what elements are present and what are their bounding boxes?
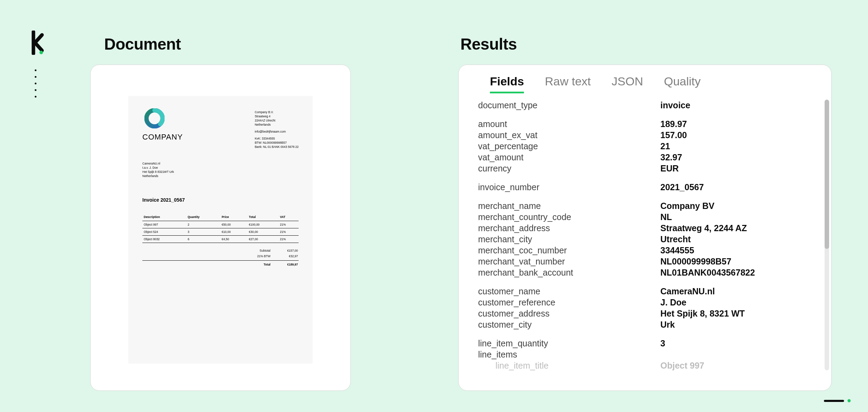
field-row: vat_percentage21 bbox=[478, 141, 808, 152]
field-row: invoice_number2021_0567 bbox=[478, 182, 808, 193]
tab-fields[interactable]: Fields bbox=[490, 75, 524, 93]
tab-json[interactable]: JSON bbox=[612, 75, 643, 93]
field-row: merchant_cityUtrecht bbox=[478, 234, 808, 245]
field-row: customer_referenceJ. Doe bbox=[478, 297, 808, 308]
field-row: merchant_vat_numberNL000099998B57 bbox=[478, 256, 808, 267]
table-row: Object 80326€4,50€27,0021% bbox=[142, 236, 299, 243]
field-row: customer_cityUrk bbox=[478, 319, 808, 330]
brand-logo bbox=[30, 31, 45, 55]
field-row: merchant_bank_accountNL01BANK0043567822 bbox=[478, 267, 808, 278]
field-row: currencyEUR bbox=[478, 163, 808, 174]
results-tabs: Fields Raw text JSON Quality bbox=[459, 65, 831, 93]
field-row: amount_ex_vat157.00 bbox=[478, 129, 808, 141]
document-heading: Document bbox=[104, 35, 181, 53]
field-row: document_typeinvoice bbox=[478, 100, 808, 111]
results-heading: Results bbox=[460, 35, 517, 53]
scrollbar-thumb[interactable] bbox=[825, 100, 829, 249]
field-row: merchant_addressStraatweg 4, 2244 AZ bbox=[478, 222, 808, 234]
invoice-totals: Subtotal€157,00 21% BTW€32,97 Total€189,… bbox=[142, 248, 299, 267]
field-row: line_items bbox=[478, 349, 808, 360]
invoice-company-name: COMPANY bbox=[142, 133, 183, 142]
field-row: merchant_country_codeNL bbox=[478, 211, 808, 222]
invoice-company-info: Company B.V. Straatweg 4 2244AZ Utrecht … bbox=[255, 108, 299, 149]
document-panel: COMPANY Company B.V. Straatweg 4 2244AZ … bbox=[90, 65, 351, 391]
field-row: line_item_titleObject 997 bbox=[478, 360, 808, 371]
tab-raw-text[interactable]: Raw text bbox=[545, 75, 591, 93]
field-row: merchant_coc_number3344555 bbox=[478, 245, 808, 256]
invoice-logo-icon bbox=[144, 108, 165, 128]
decorative-bottom-marks bbox=[824, 399, 851, 402]
field-row: vat_amount32.97 bbox=[478, 152, 808, 163]
field-row: line_item_quantity3 bbox=[478, 338, 808, 349]
fields-scroll-area: document_typeinvoiceamount189.97amount_e… bbox=[478, 100, 818, 381]
field-row: customer_addressHet Spijk 8, 8321 WT bbox=[478, 308, 808, 319]
field-row: merchant_nameCompany BV bbox=[478, 200, 808, 211]
results-panel: Fields Raw text JSON Quality document_ty… bbox=[458, 65, 832, 391]
decorative-dots bbox=[35, 69, 36, 98]
invoice-customer-block: CameraNU.nl t.a.v. J. Doe Het Spijk 8 83… bbox=[142, 161, 299, 178]
field-row: customer_nameCameraNU.nl bbox=[478, 286, 808, 297]
invoice-page: COMPANY Company B.V. Straatweg 4 2244AZ … bbox=[128, 96, 312, 363]
svg-point-0 bbox=[40, 51, 43, 54]
tab-quality[interactable]: Quality bbox=[664, 75, 701, 93]
invoice-title: Invoice 2021_0567 bbox=[142, 197, 299, 203]
table-row: Object 5243€10,00€30,0021% bbox=[142, 228, 299, 236]
invoice-lines-table: Description Quantity Price Total VAT Obj… bbox=[142, 213, 299, 243]
field-row: amount189.97 bbox=[478, 118, 808, 129]
table-row: Object 9972€50,00€100,0021% bbox=[142, 221, 299, 228]
